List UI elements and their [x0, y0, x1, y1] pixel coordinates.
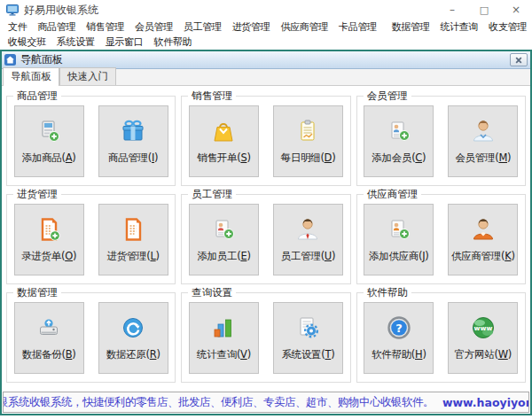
supplier-management-button[interactable]: 供应商管理(K): [448, 204, 518, 275]
data-backup-button[interactable]: 数据备份(B): [14, 302, 84, 374]
purchase-entry-button[interactable]: 录进货单(O): [14, 204, 84, 275]
daily-detail-button[interactable]: 每日明细(D): [273, 105, 343, 177]
monitor-icon: [6, 4, 19, 16]
add-product-button[interactable]: 添加商品(A): [14, 105, 84, 177]
purchase-icon: [119, 215, 147, 244]
clipboard-icon: [293, 117, 322, 145]
svg-text:?: ?: [395, 322, 403, 335]
panel-header: 导航面板: [2, 51, 530, 69]
section-member-management: 会员管理 添加会员(C): [356, 96, 526, 186]
section-supplier-management: 供应商管理 添加供应商(J): [356, 194, 526, 284]
gift-icon: [119, 117, 147, 145]
menu-data[interactable]: 数据管理: [387, 19, 435, 35]
menu-sales[interactable]: 销售管理: [81, 19, 129, 35]
add-employee-icon: [209, 215, 238, 244]
add-member-button[interactable]: 添加会员(C): [364, 105, 434, 177]
status-marquee-text: 银系统收银系统，快捷便利的零售店、批发店、便利店、专卖店、超市、购物中心收银软件…: [3, 395, 434, 410]
shopping-bag-icon: [209, 117, 238, 145]
section-purchase-management: 进货管理 录进货单(O): [6, 194, 176, 284]
maximize-icon[interactable]: □: [468, 0, 500, 19]
home-icon: [4, 54, 16, 66]
add-supplier-icon: [385, 215, 413, 244]
software-help-button[interactable]: ? 软件帮助(H): [364, 302, 434, 374]
sales-billing-button[interactable]: 销售开单(S): [189, 105, 259, 177]
employee-icon: [293, 215, 322, 244]
button-label: 数据备份(B): [22, 348, 76, 361]
menu-shift[interactable]: 收银交班: [3, 35, 51, 50]
menu-finance[interactable]: 收支管理: [483, 19, 532, 35]
window-title: 好易用收银系统: [24, 3, 98, 18]
menu-display-window[interactable]: 显示窗口: [100, 35, 149, 50]
menu-help[interactable]: 软件帮助: [148, 35, 197, 50]
section-title: 软件帮助: [364, 286, 411, 299]
button-label: 数据还原(R): [106, 348, 160, 361]
button-label: 会员管理(M): [455, 151, 511, 165]
section-query-settings: 查询设置 统计查询(V): [181, 292, 350, 383]
add-member-icon: [385, 117, 413, 145]
section-title: 会员管理: [364, 89, 411, 103]
button-label: 统计查询(V): [197, 348, 251, 361]
statistics-query-button[interactable]: 统计查询(V): [189, 302, 259, 374]
website-icon: www: [469, 314, 497, 342]
purchase-management-button[interactable]: 进货管理(L): [98, 204, 168, 275]
member-management-button[interactable]: 会员管理(M): [448, 105, 518, 177]
svg-text:www: www: [473, 324, 492, 332]
section-employee-management: 员工管理 添加员工(E): [181, 194, 350, 284]
menu-row-2: 收银交班 系统设置 显示窗口 软件帮助: [0, 35, 532, 50]
button-label: 员工管理(U): [281, 250, 335, 263]
section-product-management: 商品管理 添加商品(A): [6, 96, 176, 186]
menu-supplier[interactable]: 供应商管理: [275, 19, 333, 35]
tab-quick-start[interactable]: 快速入门: [59, 67, 116, 85]
backup-icon: [35, 314, 63, 342]
system-settings-button[interactable]: 系统设置(T): [273, 302, 343, 374]
section-title: 销售管理: [188, 89, 236, 103]
member-icon: [469, 117, 497, 145]
menu-product[interactable]: 商品管理: [32, 19, 81, 35]
button-label: 商品管理(I): [108, 151, 158, 165]
tabbar: 导航面板 快速入门: [2, 69, 530, 86]
section-title: 查询设置: [188, 286, 236, 299]
button-label: 添加供应商(J): [369, 250, 428, 263]
button-label: 系统设置(T): [282, 348, 335, 361]
section-title: 供应商管理: [364, 188, 422, 201]
navigation-grid: 商品管理 添加商品(A): [2, 86, 530, 389]
navigation-panel-window: 导航面板 导航面板 快速入门 商品管理: [0, 50, 532, 415]
menu-settings[interactable]: 系统设置: [51, 35, 100, 50]
button-label: 添加会员(C): [372, 151, 426, 165]
product-management-button[interactable]: 商品管理(I): [98, 105, 168, 177]
minimize-icon[interactable]: –: [436, 0, 468, 19]
menu-member[interactable]: 会员管理: [129, 19, 178, 35]
close-icon[interactable]: ×: [500, 0, 532, 19]
add-employee-button[interactable]: 添加员工(E): [189, 204, 259, 275]
button-label: 销售开单(S): [197, 151, 250, 165]
button-label: 供应商管理(K): [451, 250, 515, 263]
data-restore-button[interactable]: 数据还原(R): [98, 302, 168, 374]
panel-title: 导航面板: [20, 52, 63, 67]
add-product-icon: [35, 117, 63, 145]
section-sales-management: 销售管理 销售开单(S): [181, 96, 350, 186]
status-bar: 银系统收银系统，快捷便利的零售店、批发店、便利店、专卖店、超市、购物中心收银软件…: [3, 392, 529, 413]
menu-purchase[interactable]: 进货管理: [227, 19, 276, 35]
supplier-icon: [469, 215, 497, 244]
help-icon: ?: [385, 314, 413, 342]
button-label: 每日明细(D): [281, 151, 336, 165]
status-website-link[interactable]: www.haoyiyong888.com: [442, 396, 529, 409]
panel-close-icon[interactable]: [510, 53, 528, 66]
titlebar: 好易用收银系统 – □ ×: [0, 0, 532, 19]
menu-card[interactable]: 卡品管理: [333, 19, 382, 35]
add-purchase-icon: [35, 215, 63, 244]
menu-file[interactable]: 文件: [3, 19, 32, 35]
restore-icon: [119, 314, 147, 342]
add-supplier-button[interactable]: 添加供应商(J): [364, 204, 434, 275]
official-website-button[interactable]: www 官方网站(W): [448, 302, 518, 374]
menu-statistics[interactable]: 统计查询: [434, 19, 483, 35]
tab-navigation-panel[interactable]: 导航面板: [3, 67, 59, 86]
button-label: 软件帮助(H): [372, 348, 426, 361]
employee-management-button[interactable]: 员工管理(U): [273, 204, 343, 275]
section-title: 进货管理: [13, 188, 61, 201]
menu-employee[interactable]: 员工管理: [178, 19, 227, 35]
button-label: 进货管理(L): [107, 250, 160, 263]
button-label: 添加员工(E): [197, 250, 250, 263]
section-data-management: 数据管理 数据备份(B): [6, 292, 176, 383]
button-label: 添加商品(A): [22, 151, 76, 165]
